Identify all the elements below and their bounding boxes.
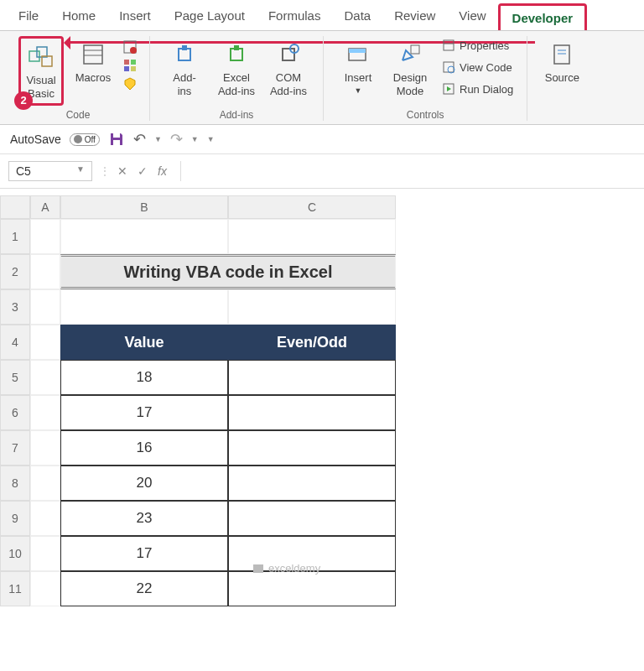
design-mode-icon [395, 39, 425, 70]
excel-addins-label: Excel Add-ins [218, 71, 255, 97]
row-header[interactable]: 2 [0, 254, 30, 289]
row-header[interactable]: 5 [0, 360, 30, 395]
record-macro-icon[interactable] [122, 39, 138, 55]
cell[interactable] [30, 360, 60, 395]
svg-rect-11 [131, 66, 136, 71]
table-header[interactable]: Even/Odd [228, 325, 396, 360]
table-cell[interactable] [228, 360, 396, 395]
cancel-icon[interactable]: ✕ [117, 164, 127, 178]
addins-button[interactable]: Add- ins [162, 36, 207, 101]
svg-rect-0 [29, 51, 39, 61]
redo-icon[interactable]: ↷ [170, 130, 183, 148]
svg-rect-31 [253, 564, 263, 573]
svg-rect-10 [124, 66, 129, 71]
macro-security-icon[interactable] [122, 76, 138, 91]
formula-input[interactable] [180, 161, 636, 181]
tab-insert[interactable]: Insert [107, 3, 163, 30]
tab-view[interactable]: View [447, 3, 497, 30]
cell[interactable] [30, 289, 60, 325]
insert-label: Insert [345, 71, 372, 85]
row-header[interactable]: 4 [0, 325, 30, 360]
cell[interactable] [30, 395, 60, 430]
col-header[interactable]: B [60, 195, 228, 219]
table-cell[interactable] [228, 501, 396, 536]
tab-data[interactable]: Data [332, 3, 382, 30]
table-cell[interactable] [228, 571, 396, 606]
name-box[interactable]: C5 ▼ [8, 161, 92, 181]
table-cell[interactable] [228, 430, 396, 466]
enter-icon[interactable]: ✓ [138, 164, 148, 178]
tab-file[interactable]: File [7, 3, 50, 30]
tab-home[interactable]: Home [50, 3, 107, 30]
row-header[interactable]: 8 [0, 466, 30, 501]
svg-rect-15 [234, 45, 239, 50]
svg-rect-26 [554, 45, 569, 64]
cell[interactable] [30, 430, 60, 466]
insert-button[interactable]: Insert ▼ [335, 36, 381, 98]
cell[interactable] [30, 325, 60, 360]
tab-developer[interactable]: Developer [498, 3, 588, 30]
design-mode-button[interactable]: Design Mode [387, 36, 433, 101]
table-cell[interactable] [228, 395, 396, 430]
table-cell[interactable]: 20 [60, 466, 228, 501]
qat-dropdown-icon[interactable]: ▼ [207, 135, 215, 143]
ribbon-tabs: File Home Insert Page Layout Formulas Da… [0, 0, 644, 31]
insert-icon [343, 39, 373, 70]
select-all-corner[interactable] [0, 195, 30, 219]
table-cell[interactable]: 16 [60, 430, 228, 466]
cell[interactable] [228, 289, 396, 325]
table-header[interactable]: Value [60, 325, 228, 360]
table-cell[interactable]: 18 [60, 360, 228, 395]
cell[interactable] [60, 289, 228, 325]
watermark: exceldemy [252, 561, 320, 575]
cell[interactable] [30, 571, 60, 606]
group-label-addins: Add-ins [220, 106, 254, 121]
cell[interactable] [30, 536, 60, 571]
row-header[interactable]: 6 [0, 395, 30, 430]
svg-rect-16 [283, 49, 294, 60]
row-header[interactable]: 3 [0, 289, 30, 325]
tab-formulas[interactable]: Formulas [257, 3, 333, 30]
title-cell[interactable]: Writing VBA code in Excel [60, 254, 396, 289]
fx-icon[interactable]: fx [158, 164, 167, 178]
table-cell[interactable]: 17 [60, 395, 228, 430]
cell[interactable] [60, 219, 228, 254]
col-header[interactable]: C [228, 195, 396, 219]
tab-page-layout[interactable]: Page Layout [163, 3, 257, 30]
properties-button[interactable]: Properties [439, 36, 515, 55]
chevron-down-icon[interactable]: ▼ [191, 135, 199, 143]
ribbon-group-addins: Add- ins Excel Add-ins COM Add-ins Add-i… [150, 36, 324, 121]
table-cell[interactable]: 17 [60, 536, 228, 571]
tab-review[interactable]: Review [382, 3, 447, 30]
table-cell[interactable]: 23 [60, 501, 228, 536]
excel-addins-button[interactable]: Excel Add-ins [214, 36, 259, 101]
table-cell[interactable]: 22 [60, 571, 228, 606]
row-header[interactable]: 1 [0, 219, 30, 254]
cell[interactable] [30, 466, 60, 501]
table-cell[interactable] [228, 466, 396, 501]
com-addins-button[interactable]: COM Add-ins [266, 36, 311, 101]
visual-basic-button[interactable]: Visual Basic 2 [18, 36, 64, 106]
addins-label: Add- ins [173, 71, 195, 97]
addins-icon [169, 39, 200, 70]
source-button[interactable]: Source [539, 36, 584, 88]
save-icon[interactable] [108, 131, 125, 148]
use-relative-icon[interactable] [122, 58, 138, 73]
undo-icon[interactable]: ↶ [133, 130, 146, 148]
ribbon-group-controls: Insert ▼ Design Mode Properties View Cod… [324, 36, 527, 121]
row-header[interactable]: 9 [0, 501, 30, 536]
cell[interactable] [30, 254, 60, 289]
autosave-toggle[interactable]: Off [70, 133, 100, 146]
chevron-down-icon[interactable]: ▼ [154, 135, 162, 143]
cell[interactable] [30, 219, 60, 254]
view-code-button[interactable]: View Code [439, 58, 515, 76]
cell[interactable] [228, 219, 396, 254]
run-dialog-button[interactable]: Run Dialog [439, 80, 515, 98]
row-header[interactable]: 10 [0, 536, 30, 571]
row-header[interactable]: 7 [0, 430, 30, 466]
macros-button[interactable]: Macros [70, 36, 116, 88]
col-header[interactable]: A [30, 195, 60, 219]
cell[interactable] [30, 501, 60, 536]
group-label-code: Code [66, 106, 91, 121]
row-header[interactable]: 11 [0, 571, 30, 606]
